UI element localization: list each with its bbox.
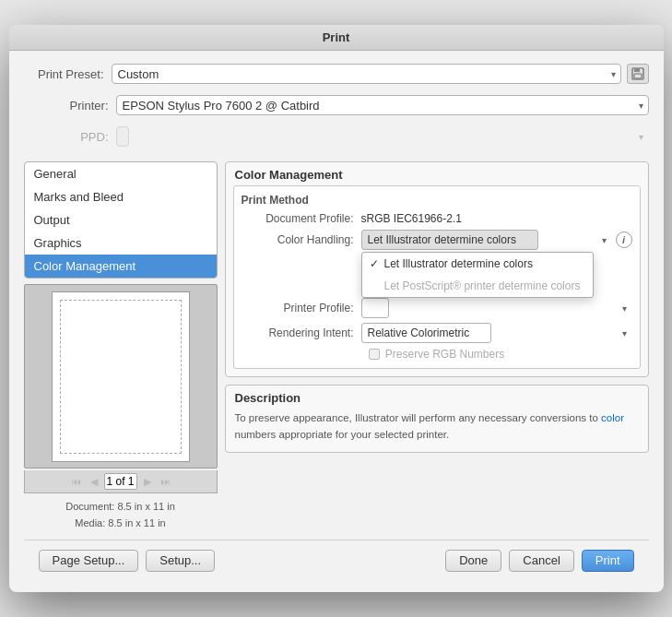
main-content: General Marks and Bleed Output Graphics … [24,161,649,531]
printer-profile-arrow-icon: ▾ [622,303,627,314]
description-text: To preserve appearance, Illustrator will… [226,409,648,452]
sidebar-item-color-management[interactable]: Color Management [25,255,217,278]
sidebar-item-output[interactable]: Output [25,208,217,231]
color-handling-label: Color Handling: [242,233,361,246]
rendering-intent-arrow-icon: ▾ [622,328,627,338]
preview-dashed-border [60,300,182,454]
color-handling-option-illustrator[interactable]: Let Illustrator determine colors [362,253,593,275]
ppd-arrow-icon: ▾ [639,132,643,142]
dialog-title: Print [323,30,350,44]
cancel-button[interactable]: Cancel [509,550,573,572]
last-page-button[interactable]: ⏭ [158,475,173,488]
left-panel: General Marks and Bleed Output Graphics … [24,161,218,531]
print-dialog: Print Print Preset: Custom ▾ [9,25,664,591]
dialog-body: Print Preset: Custom ▾ [9,51,664,591]
printer-row: Printer: EPSON Stylus Pro 7600 2 @ Catbi… [24,95,649,115]
print-preset-row: Print Preset: Custom ▾ [24,64,649,84]
preserve-rgb-row: Preserve RGB Numbers [242,348,632,361]
print-preset-label: Print Preset: [24,67,112,81]
description-title: Description [226,386,648,409]
prev-page-button[interactable]: ◀ [88,475,100,489]
sidebar-item-graphics[interactable]: Graphics [25,231,217,255]
save-icon [631,67,644,80]
preserve-rgb-label: Preserve RGB Numbers [385,348,504,361]
bottom-left-buttons: Page Setup... Setup... [39,550,216,572]
info-button[interactable]: i [616,231,632,248]
print-button[interactable]: Print [582,550,634,572]
sidebar-item-marks-bleed[interactable]: Marks and Bleed [25,185,217,208]
right-panel: Color Management Print Method Document P… [225,161,649,531]
color-management-title: Color Management [226,162,648,185]
print-preset-select[interactable]: Custom [112,64,621,84]
document-profile-label: Document Profile: [242,212,361,225]
color-handling-menu: Let Illustrator determine colors Let Pos… [361,252,594,298]
color-handling-select[interactable]: Let Illustrator determine colors [361,230,538,250]
preview-box [24,284,218,469]
svg-rect-1 [634,68,640,72]
sidebar-item-general[interactable]: General [25,162,217,185]
rendering-intent-label: Rendering Intent: [242,326,361,339]
svg-rect-2 [634,74,642,78]
pagination-bar: ⏮ ◀ ▶ ⏭ [24,470,218,493]
rendering-intent-select[interactable]: Relative Colorimetric [361,323,491,343]
print-method-title: Print Method [242,194,632,207]
save-preset-button[interactable] [627,64,649,84]
color-handling-option-postscript: Let PostScript® printer determine colors [362,275,593,297]
ppd-row: PPD: ▾ [24,126,649,147]
printer-profile-row: Printer Profile: ▾ [242,298,632,318]
page-setup-button[interactable]: Page Setup... [39,550,139,572]
sidebar-list: General Marks and Bleed Output Graphics … [24,161,218,279]
document-profile-row: Document Profile: sRGB IEC61966-2.1 [242,212,632,225]
printer-select[interactable]: EPSON Stylus Pro 7600 2 @ Catbird [116,95,649,115]
bottom-right-buttons: Done Cancel Print [445,550,633,572]
title-bar: Print [9,25,664,51]
first-page-button[interactable]: ⏮ [68,475,84,488]
printer-profile-label: Printer Profile: [242,302,361,314]
bottom-bar: Page Setup... Setup... Done Cancel Print [24,540,649,583]
ppd-label: PPD: [24,130,116,144]
printer-label: Printer: [24,99,116,113]
description-section: Description To preserve appearance, Illu… [225,385,649,453]
color-management-section: Color Management Print Method Document P… [225,161,649,377]
description-color-link: color [601,412,624,423]
print-method-box: Print Method Document Profile: sRGB IEC6… [233,185,641,369]
page-input[interactable] [104,473,137,490]
top-controls: Print Preset: Custom ▾ [24,64,649,152]
setup-button[interactable]: Setup... [146,550,215,572]
printer-profile-select[interactable] [361,298,389,318]
document-info: Document: 8.5 in x 11 in Media: 8.5 in x… [24,499,218,531]
next-page-button[interactable]: ▶ [141,475,154,489]
rendering-intent-row: Rendering Intent: Relative Colorimetric … [242,323,632,343]
done-button[interactable]: Done [445,550,501,572]
preserve-rgb-checkbox [369,349,380,360]
color-handling-row: Color Handling: Let Illustrator determin… [242,230,632,250]
color-handling-arrow-icon: ▾ [602,235,607,245]
ppd-select [116,126,129,147]
color-handling-dropdown-wrapper: Let Illustrator determine colors ▾ Let I… [361,230,632,250]
document-profile-value: sRGB IEC61966-2.1 [361,212,462,225]
preview-page [52,291,190,462]
